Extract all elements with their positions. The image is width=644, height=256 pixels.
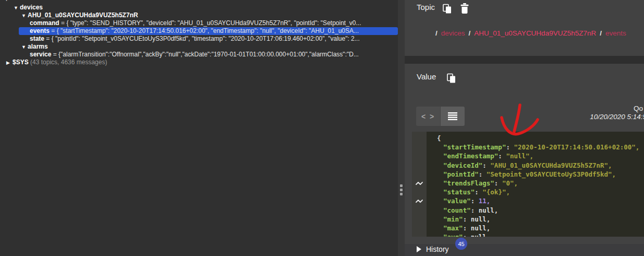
json-line-startTimestamp: "startTimestamp": "2020-10-20T17:14:50.0…: [412, 143, 644, 152]
topic-tree: ▼devices ▼AHU_01_u0SAYCUHda9VUZ5h5Z7nR c…: [0, 4, 398, 66]
tree-node-label: $SYS: [13, 59, 29, 66]
json-line-status: "status": "{ok}",: [412, 188, 644, 196]
collapse-icon[interactable]: ▼: [21, 43, 28, 51]
vertical-dots-grip[interactable]: [400, 184, 403, 197]
collapse-icon[interactable]: ▼: [14, 4, 20, 12]
value-card: Value < > Qo 10/20/2020 5:14:5 { "startT…: [405, 64, 644, 244]
json-line-avg: "avg": null,: [412, 232, 644, 237]
json-line-value: "value": 11,: [412, 196, 644, 205]
code-brackets-icon: < >: [421, 112, 435, 121]
tree-node-label: service: [30, 51, 51, 58]
value-title: Value: [417, 72, 436, 81]
tree-node-label: events: [30, 27, 50, 34]
tree-row-state[interactable]: state = { "pointId": "Setpoint_v0SAYCUEt…: [0, 35, 398, 43]
breadcrumb-slash: /: [465, 29, 475, 37]
message-timestamp: 10/20/2020 5:14:5: [590, 113, 644, 121]
json-line-count: "count": null,: [412, 206, 644, 215]
breadcrumb-events[interactable]: events: [605, 29, 626, 37]
root-collapse-icon[interactable]: ▼: [4, 0, 9, 2]
tilde-diff-icon: [416, 181, 423, 185]
raw-view-tab[interactable]: [440, 107, 465, 126]
payload-preview: { "type": "SEND_HISTORY", "deviceId": "A…: [66, 19, 361, 27]
payload-preview: {"alarmTransition":"Offnormal","ackBy":"…: [58, 51, 359, 58]
app-window: ▼ ▼devices ▼AHU_01_u0SAYCUHda9VUZ5h5Z7nR…: [0, 0, 644, 256]
open-brace: {: [437, 134, 441, 142]
tree-row-events-selected[interactable]: events = { "startTimestamp": "2020-10-20…: [19, 27, 398, 35]
equals-sign: =: [50, 27, 57, 34]
json-line-min: "min": null,: [412, 215, 644, 224]
json-line-trendsFlags: "trendsFlags": "0",: [412, 179, 644, 188]
history-count-badge: 45: [455, 238, 467, 250]
breadcrumb-slash: /: [596, 29, 605, 37]
tilde-diff-icon: [416, 199, 423, 203]
json-line-deviceId: "deviceId": "AHU_01_u0SAYCUHda9VUZ5h5Z7n…: [412, 161, 644, 170]
breadcrumb-slash: /: [432, 29, 441, 37]
json-line-pointId: "pointId": "Setpoint_v0SAYCUEtoUyS3P0df5…: [412, 170, 644, 179]
json-line-max: "max": null,: [412, 224, 644, 232]
tree-row-device-id[interactable]: ▼AHU_01_u0SAYCUHda9VUZ5h5Z7nR: [0, 11, 398, 19]
json-value-viewer[interactable]: { "startTimestamp": "2020-10-20T17:14:50…: [412, 132, 644, 237]
copy-icon[interactable]: [442, 4, 453, 16]
tree-node-label: AHU_01_u0SAYCUHda9VUZ5h5Z7nR: [28, 11, 138, 19]
copy-icon[interactable]: [446, 73, 457, 86]
tree-row-devices[interactable]: ▼devices: [0, 4, 398, 11]
payload-preview: { "pointId": "Setpoint_v0SAYCUEtoUyS3P0d…: [52, 35, 360, 42]
tree-node-label: command: [30, 19, 59, 27]
trash-icon[interactable]: [460, 3, 469, 16]
breadcrumb-devices[interactable]: devices: [441, 29, 465, 37]
topic-card: Topic /devices/AHU_01_u0SAYCUHda9VUZ5h5Z…: [405, 0, 644, 56]
history-label: History: [426, 245, 449, 253]
expand-icon[interactable]: ▶: [6, 59, 13, 67]
topic-title: Topic: [417, 3, 435, 11]
tree-row-alarms[interactable]: ▼alarms: [0, 43, 398, 51]
tree-row-command[interactable]: command = { "type": "SEND_HISTORY", "dev…: [0, 19, 398, 27]
equals-sign: =: [44, 35, 52, 42]
history-section[interactable]: History: [405, 244, 644, 256]
expand-icon[interactable]: [417, 246, 421, 252]
panel-splitter[interactable]: [398, 0, 405, 256]
topic-count: (43 topics, 4636 messages): [29, 59, 107, 66]
collapse-icon[interactable]: ▼: [21, 12, 28, 20]
code-view-tab[interactable]: < >: [416, 107, 440, 126]
tree-row-sys[interactable]: ▶$SYS (43 topics, 4636 messages): [0, 59, 398, 66]
tree-row-service[interactable]: service = {"alarmTransition":"Offnormal"…: [0, 51, 398, 59]
tree-node-label: alarms: [28, 43, 48, 50]
payload-preview: { "startTimestamp": "2020-10-20T17:14:50…: [57, 27, 359, 34]
view-mode-tabs: < >: [416, 107, 465, 126]
json-line-endTimestamp: "endTimestamp": "null",: [412, 152, 644, 160]
tree-node-label: devices: [20, 4, 43, 11]
breadcrumb-device-id[interactable]: AHU_01_u0SAYCUHda9VUZ5h5Z7nR: [474, 29, 596, 37]
tree-node-label: state: [30, 35, 44, 42]
tree-row-events-wrap: events = { "startTimestamp": "2020-10-20…: [0, 27, 398, 35]
equals-sign: =: [59, 19, 67, 27]
topic-tree-panel: ▼ ▼devices ▼AHU_01_u0SAYCUHda9VUZ5h5Z7nR…: [0, 0, 398, 256]
hamburger-icon: [448, 112, 457, 120]
equals-sign: =: [51, 51, 58, 58]
qos-label: Qo: [634, 104, 643, 112]
breadcrumb: /devices/AHU_01_u0SAYCUHda9VUZ5h5Z7nR/ev…: [432, 29, 626, 37]
